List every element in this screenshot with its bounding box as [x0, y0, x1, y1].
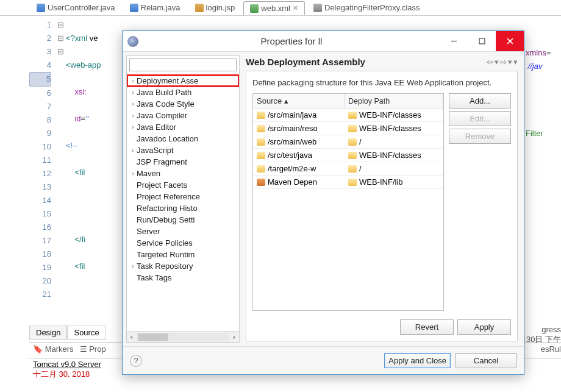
deploy-cell: /: [359, 137, 362, 146]
folder-icon: [257, 165, 265, 173]
assembly-table[interactable]: Source ▴ Deploy Path /src/main/javaWEB-I…: [252, 93, 444, 311]
close-icon[interactable]: ✕: [293, 4, 298, 12]
fold-toggle[interactable]: ⊟: [55, 45, 66, 59]
folder-icon: [348, 125, 357, 132]
table-row[interactable]: /src/main/web/: [253, 135, 443, 149]
add-button[interactable]: Add...: [449, 93, 511, 109]
help-icon[interactable]: ?: [130, 355, 142, 367]
table-row[interactable]: Maven DepenWEB-INF/lib: [253, 176, 443, 189]
tree-item[interactable]: Javadoc Location: [127, 133, 239, 144]
page-heading: Web Deployment Assembly: [246, 57, 487, 67]
tree-item[interactable]: JSP Fragment: [127, 156, 239, 168]
tree-item[interactable]: ›Java Editor: [127, 121, 239, 133]
tree-item[interactable]: ›Java Code Style: [127, 98, 239, 110]
tab-design[interactable]: Design: [29, 326, 67, 340]
apply-and-close-button[interactable]: Apply and Close: [384, 353, 451, 368]
expand-icon: ›: [129, 263, 137, 269]
horizontal-scrollbar[interactable]: ‹ ›: [127, 331, 239, 342]
expand-icon: ›: [129, 77, 137, 84]
minimize-button[interactable]: [440, 31, 468, 51]
tree-item[interactable]: ›Task Repository: [127, 260, 239, 272]
tree-item[interactable]: Project Facets: [127, 179, 239, 191]
tree-item[interactable]: Project Reference: [127, 191, 239, 202]
tree-item[interactable]: Server: [127, 226, 239, 237]
folder-icon: [257, 152, 265, 159]
remove-button: Remove: [449, 129, 511, 144]
tree-item[interactable]: ›Java Compiler: [127, 110, 239, 121]
tree-item-label: Project Reference: [137, 192, 200, 201]
tab-delegatingfilterproxy[interactable]: DelegatingFilterProxy.class: [307, 1, 426, 14]
column-source[interactable]: Source ▴: [253, 94, 345, 108]
tree-item-label: Java Build Path: [137, 88, 191, 97]
title-bar[interactable]: Properties for ll: [123, 31, 524, 52]
expand-icon: ›: [129, 170, 137, 177]
deploy-cell: WEB-INF/lib: [359, 177, 403, 187]
table-row[interactable]: /src/main/javaWEB-INF/classes: [253, 109, 443, 122]
description-text: Define packaging structure for this Java…: [252, 77, 511, 88]
tree-item-label: Service Policies: [137, 238, 193, 248]
xml-file-icon: [250, 4, 259, 13]
sort-asc-icon: ▴: [284, 96, 288, 105]
expand-icon: ›: [129, 101, 137, 107]
source-cell: Maven Depen: [268, 177, 317, 187]
forward-icon[interactable]: ⇨: [500, 57, 507, 66]
folder-icon: [348, 138, 357, 146]
folder-icon: [348, 165, 357, 173]
chevron-down-icon[interactable]: ▾: [495, 57, 499, 66]
cancel-button[interactable]: Cancel: [456, 353, 516, 368]
source-cell: /src/test/java: [268, 151, 312, 160]
fold-gutter: ⊟⊟⊟: [55, 18, 66, 325]
table-row[interactable]: /src/main/resoWEB-INF/classes: [253, 122, 443, 135]
tree-item-label: Task Tags: [137, 273, 172, 282]
back-icon[interactable]: ⇦: [487, 57, 493, 66]
deploy-cell: WEB-INF/classes: [359, 151, 421, 160]
tree-item[interactable]: Refactoring Histo: [127, 202, 239, 214]
scroll-left-icon[interactable]: ‹: [127, 332, 137, 341]
tree-item[interactable]: Service Policies: [127, 237, 239, 249]
deploy-cell: /: [359, 164, 362, 173]
column-deploy-path[interactable]: Deploy Path: [345, 94, 443, 108]
tab-web-xml[interactable]: web.xml ✕: [243, 1, 305, 15]
tree-item[interactable]: ›Deployment Asse: [127, 75, 239, 87]
scrollbar-thumb[interactable]: [138, 333, 168, 341]
dialog-footer: ? Apply and Close Cancel: [123, 346, 524, 374]
expand-icon: ›: [129, 124, 137, 130]
close-button[interactable]: [496, 31, 524, 51]
tree-item-label: Javadoc Location: [137, 134, 198, 143]
class-file-icon: [313, 4, 322, 12]
category-pane: ›Deployment Asse›Java Build Path›Java Co…: [126, 55, 240, 343]
tab-source[interactable]: Source: [67, 326, 105, 340]
dialog-title: Properties for ll: [143, 36, 440, 46]
tree-item[interactable]: ›JavaScript: [127, 144, 239, 156]
scroll-right-icon[interactable]: ›: [229, 332, 239, 341]
tab-usercontroller[interactable]: UserController.java: [30, 1, 121, 14]
line-gutter: 123456789101112131415161718192021: [29, 18, 55, 325]
chevron-down-icon[interactable]: ▾: [508, 57, 512, 66]
tab-login-jsp[interactable]: login.jsp: [189, 1, 241, 14]
tab-relam[interactable]: Relam.java: [124, 1, 187, 14]
fold-toggle[interactable]: ⊟: [55, 32, 66, 45]
edit-button: Edit...: [449, 111, 511, 126]
tree-item-label: Java Code Style: [137, 99, 195, 109]
table-row[interactable]: /target/m2e-w/: [253, 162, 443, 176]
tree-item[interactable]: Task Tags: [127, 272, 239, 283]
java-file-icon: [37, 4, 45, 12]
apply-button[interactable]: Apply: [457, 319, 511, 335]
source-cell: /src/main/reso: [268, 124, 318, 133]
revert-button[interactable]: Revert: [400, 319, 454, 335]
menu-icon[interactable]: ▾: [513, 57, 518, 66]
tree-item[interactable]: Run/Debug Setti: [127, 214, 239, 226]
markers-view-icon[interactable]: 🔖 Markers: [33, 344, 74, 354]
tree-item-label: Deployment Asse: [137, 76, 198, 85]
properties-view-icon[interactable]: ☰ Prop: [80, 344, 106, 354]
tree-item[interactable]: ›Maven: [127, 168, 239, 179]
category-tree[interactable]: ›Deployment Asse›Java Build Path›Java Co…: [127, 74, 239, 331]
maximize-button[interactable]: [468, 31, 496, 51]
tree-item[interactable]: Targeted Runtim: [127, 249, 239, 260]
tree-item-label: Task Repository: [137, 262, 193, 271]
tree-item[interactable]: ›Java Build Path: [127, 87, 239, 98]
table-row[interactable]: /src/test/javaWEB-INF/classes: [253, 149, 443, 162]
fold-toggle[interactable]: ⊟: [55, 18, 66, 32]
tree-item-label: Targeted Runtim: [137, 250, 195, 259]
filter-input[interactable]: [129, 59, 237, 71]
